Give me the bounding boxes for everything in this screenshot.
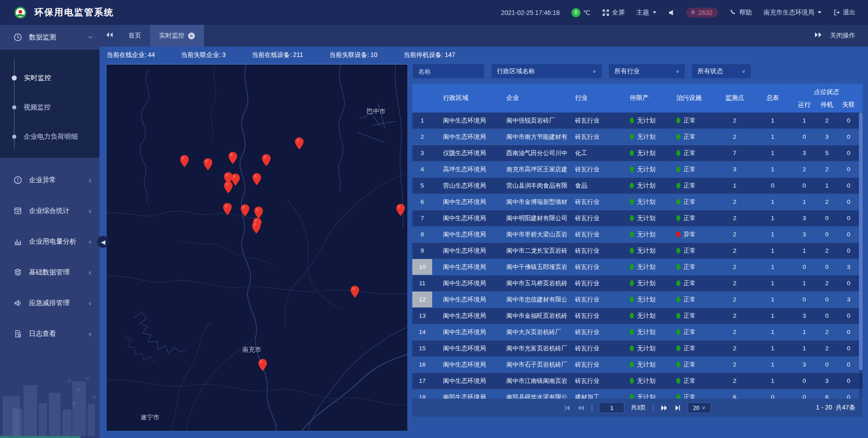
table-row[interactable]: 8阆中生态环境局阆中市枣碧大梁山页岩砖瓦行业无计划异常21300 xyxy=(412,226,863,243)
table-row[interactable]: 6阆中生态环境局阆中市金博瑞新型墙材砖瓦行业无计划正常21120 xyxy=(412,194,863,210)
table-row[interactable]: 12阆中生态环境局阆中市忠信建材有限公砖瓦行业无计划正常21003 xyxy=(412,292,863,308)
status-filter-select[interactable]: 所有状态 ∨ xyxy=(692,64,751,79)
table-row[interactable]: 13阆中生态环境局阆中市金福旺页岩机砖砖瓦行业无计划正常21300 xyxy=(412,308,863,324)
table-row[interactable]: 18南部生态环境局南部县砚华水泥有限公建材加工无计划正常60060 xyxy=(412,389,863,399)
table-row[interactable]: 2阆中生态环境局阆中市南方节能建材有砖瓦行业无计划正常21030 xyxy=(412,129,863,145)
page-size-select[interactable]: 20 ∨ xyxy=(688,402,711,413)
table-row[interactable]: 3仪陇生态环境局西南油气田分公司川中化工无计划正常71350 xyxy=(412,145,863,161)
close-operations-button[interactable]: 关闭操作 xyxy=(827,32,868,40)
column-header[interactable]: 停限产 xyxy=(624,84,671,113)
table-row[interactable]: 11阆中生态环境局阆中市五马桥页岩机砖砖瓦行业无计划正常21120 xyxy=(412,275,863,292)
sidebar-group-1[interactable]: 数据监测‹ xyxy=(0,25,99,50)
logout-button[interactable]: 退出 xyxy=(833,9,855,17)
enterprise-cell: 南充市高坪区王家店建 xyxy=(499,161,571,177)
sidebar-group-4[interactable]: 企业用电量分析‹ xyxy=(0,226,99,257)
monitor-count-cell: 2 xyxy=(717,259,752,275)
sidebar-group-3[interactable]: 企业综合统计‹ xyxy=(0,195,99,226)
facility-status-cell: 正常 xyxy=(671,324,717,340)
name-filter-field[interactable] xyxy=(412,64,485,79)
column-header[interactable]: 停机 xyxy=(816,97,838,113)
table-row[interactable]: 17阆中生态环境局阆中市江南镇阆南页岩砖瓦行业无计划正常21030 xyxy=(412,373,863,389)
help-button[interactable]: 帮助 xyxy=(730,9,752,17)
row-number-cell: 17 xyxy=(412,373,432,389)
map-pin-icon[interactable] xyxy=(294,137,304,150)
map-pin-icon[interactable] xyxy=(240,204,250,217)
fullscreen-icon xyxy=(602,9,609,16)
map-pin-icon[interactable] xyxy=(396,203,406,217)
table-row[interactable]: 16阆中生态环境局阆中市石子页岩机砖厂砖瓦行业无计划正常21300 xyxy=(412,357,863,373)
map-pin-icon[interactable] xyxy=(223,181,233,194)
sidebar-group-6[interactable]: 应急减排管理‹ xyxy=(0,287,99,318)
region-cell: 阆中生态环境局 xyxy=(432,324,499,340)
run-count-cell: 0 xyxy=(793,292,816,307)
table-row[interactable]: 15阆中生态环境局阆中市光富页岩机砖厂砖瓦行业无计划正常21120 xyxy=(412,340,863,357)
lost-count-cell: 0 xyxy=(838,357,859,372)
last-page-icon[interactable] xyxy=(675,405,681,411)
sidebar-group-7[interactable]: 日志查看‹ xyxy=(0,318,99,349)
map-pin-icon[interactable] xyxy=(258,358,268,372)
table-row[interactable]: 10阆中生态环境局阆中千佛镇五郎垭页岩砖瓦行业无计划正常21003 xyxy=(412,259,863,275)
stopped-count-cell: 1 xyxy=(816,178,838,193)
column-header[interactable]: 行政区域 xyxy=(432,84,499,113)
column-header[interactable]: 监测点 xyxy=(717,84,752,113)
sidebar-group-2[interactable]: 企业异常‹ xyxy=(0,165,99,195)
stop-plan-cell: 无计划 xyxy=(624,259,671,275)
region-filter-select[interactable]: 行政区域名称 ∨ xyxy=(491,64,602,79)
column-header[interactable]: 行业 xyxy=(571,84,624,113)
prev-page-icon[interactable] xyxy=(577,405,585,411)
tabs-scroll-right-button[interactable] xyxy=(809,25,827,47)
map-pin-icon[interactable] xyxy=(228,151,238,165)
org-dropdown[interactable]: 南充市生态环境局 xyxy=(764,9,821,17)
scrollbar-thumb[interactable] xyxy=(859,113,863,370)
map-pin-icon[interactable] xyxy=(203,158,213,171)
theme-dropdown[interactable]: 主题 xyxy=(637,9,656,17)
table-row[interactable]: 4高坪生态环境局南充市高坪区王家店建砖瓦行业无计划正常31220 xyxy=(412,161,863,178)
map-pin-icon[interactable] xyxy=(251,221,261,234)
column-header[interactable]: 总表 xyxy=(752,84,793,113)
enterprise-cell: 阆中强锐页岩砖厂 xyxy=(499,113,571,128)
next-page-icon[interactable] xyxy=(660,405,668,411)
map-pin-icon[interactable] xyxy=(179,155,189,168)
table-scrollbar[interactable] xyxy=(859,113,863,399)
meter-count-cell: 1 xyxy=(752,161,793,177)
sidebar-item[interactable]: 实时监控 xyxy=(0,63,99,93)
fullscreen-button[interactable]: 全屏 xyxy=(602,9,625,17)
sidebar-group-5[interactable]: 基础数据管理‹ xyxy=(0,257,99,287)
sidebar-item[interactable]: 企业电力负荷明细 xyxy=(0,122,99,151)
column-header[interactable]: 失联 xyxy=(838,97,859,113)
facility-status-cell: 正常 xyxy=(671,357,717,372)
tabs-scroll-left-button[interactable] xyxy=(99,25,119,47)
first-page-icon[interactable] xyxy=(564,405,571,411)
tab-1[interactable]: 首页 xyxy=(119,25,150,47)
enterprise-cell: 阆中市江南镇阆南页岩 xyxy=(499,373,571,389)
table-row[interactable]: 5营山生态环境局营山县润丰肉食品有限食品无计划正常10010 xyxy=(412,178,863,194)
name-filter-input[interactable] xyxy=(418,68,479,75)
tab-2[interactable]: 实时监控✕ xyxy=(150,25,204,47)
industry-filter-select[interactable]: 所有行业 ∨ xyxy=(609,64,685,79)
map-pin-icon[interactable] xyxy=(222,203,232,216)
map-pin-icon[interactable] xyxy=(261,154,271,167)
table-row[interactable]: 14阆中生态环境局阆中大兴页岩机砖厂砖瓦行业无计划正常21120 xyxy=(412,324,863,340)
notification-badge[interactable]: 2632 xyxy=(686,8,718,18)
status-dot-icon xyxy=(676,118,680,123)
column-header[interactable]: 治污设施 xyxy=(671,84,717,113)
page-number-input[interactable] xyxy=(599,402,624,413)
app-title: 环保用电监管系统 xyxy=(34,6,114,19)
table-row[interactable]: 9阆中生态环境局阆中市二龙长宝页岩砖砖瓦行业无计划正常21120 xyxy=(412,243,863,259)
map-pin-icon[interactable] xyxy=(252,173,262,186)
region-cell: 仪陇生态环境局 xyxy=(432,145,499,161)
map-panel[interactable]: 巴中市南充市遂宁市 xyxy=(106,64,408,431)
sidebar-collapse-button[interactable]: ◀ xyxy=(97,236,109,248)
column-header[interactable]: 运行 xyxy=(793,97,816,113)
industry-cell: 砖瓦行业 xyxy=(571,161,624,177)
map-pin-icon[interactable] xyxy=(350,285,360,298)
row-number-cell: 13 xyxy=(412,308,432,324)
column-header[interactable]: 企业 xyxy=(499,84,571,113)
sidebar-item[interactable]: 视频监控 xyxy=(0,93,99,122)
tab-close-icon[interactable]: ✕ xyxy=(188,33,195,39)
table-row[interactable]: 7阆中生态环境局阆中明阳建材有限公司砖瓦行业无计划正常21300 xyxy=(412,210,863,226)
row-number-cell: 2 xyxy=(412,129,432,145)
industry-cell: 砖瓦行业 xyxy=(571,373,624,389)
table-row[interactable]: 1阆中生态环境局阆中强锐页岩砖厂砖瓦行业无计划正常21120 xyxy=(412,113,863,129)
sound-button[interactable] xyxy=(668,9,675,16)
